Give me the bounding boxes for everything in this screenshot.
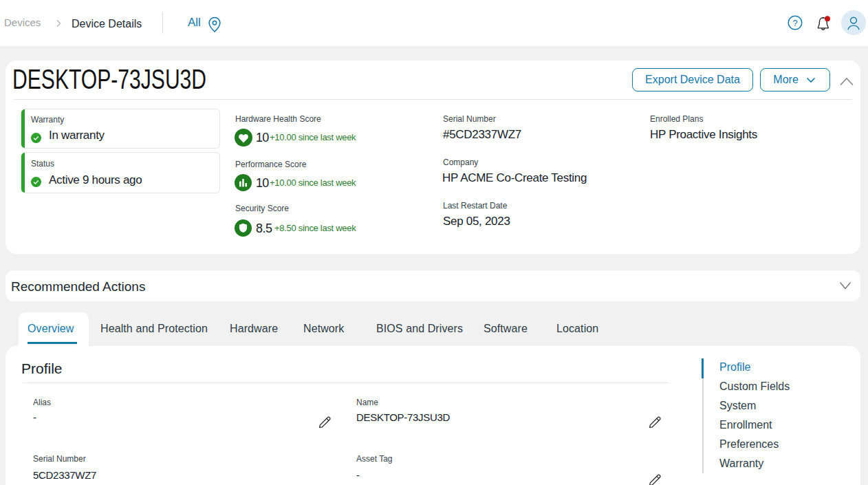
svg-text:?: ?	[792, 18, 797, 28]
